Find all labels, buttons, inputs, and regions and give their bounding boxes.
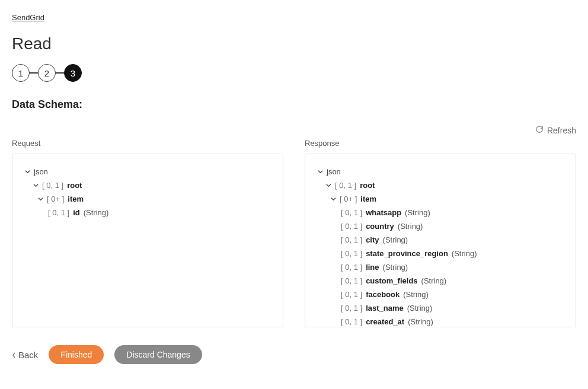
step-2[interactable]: 2 — [38, 64, 56, 82]
field-type: (String) — [403, 291, 429, 298]
tree-node-root[interactable]: [ 0, 1 ] root — [317, 178, 564, 192]
back-button[interactable]: Back — [12, 350, 38, 360]
cardinality: [ 0, 1 ] — [341, 277, 362, 285]
field-name: line — [366, 263, 379, 271]
chevron-left-icon — [12, 350, 16, 360]
request-panel: json [ 0, 1 ] root [ 0+ ] item [ 0, 1 ]i… — [12, 154, 283, 327]
tree-leaf[interactable]: [ 0, 1 ]state_province_region(String) — [317, 247, 564, 260]
tree-node-name: item — [360, 195, 376, 203]
field-type: (String) — [398, 222, 423, 230]
cardinality: [ 0, 1 ] — [341, 236, 362, 244]
field-type: (String) — [405, 209, 430, 216]
tree-leaf[interactable]: [ 0, 1 ]id(String) — [24, 206, 271, 219]
tree-node-name: root — [360, 181, 375, 189]
chevron-down-icon[interactable] — [24, 169, 30, 174]
cardinality: [ 0, 1 ] — [341, 318, 362, 326]
cardinality: [ 0, 1 ] — [341, 250, 362, 257]
chevron-down-icon[interactable] — [325, 183, 331, 188]
chevron-down-icon[interactable] — [33, 183, 39, 188]
tree-leaf[interactable]: [ 0, 1 ]line(String) — [317, 260, 564, 274]
cardinality: [ 0, 1 ] — [341, 304, 362, 312]
section-title: Data Schema: — [12, 98, 576, 111]
field-name: city — [366, 236, 379, 244]
field-type: (String) — [383, 236, 408, 244]
refresh-icon — [535, 125, 544, 135]
tree-node-json[interactable]: json — [24, 165, 271, 178]
tree-node-label: json — [327, 168, 341, 176]
field-type: (String) — [421, 277, 447, 285]
finished-button[interactable]: Finished — [49, 345, 104, 364]
field-type: (String) — [408, 318, 433, 326]
page-title: Read — [12, 34, 576, 53]
field-name: last_name — [366, 304, 404, 312]
tree-leaf[interactable]: [ 0, 1 ]custom_fields(String) — [317, 274, 564, 288]
tree-node-item[interactable]: [ 0+ ] item — [317, 192, 564, 206]
cardinality: [ 0, 1 ] — [48, 209, 69, 216]
field-type: (String) — [383, 263, 408, 271]
cardinality: [ 0, 1 ] — [341, 291, 362, 298]
tree-node-json[interactable]: json — [317, 165, 564, 178]
step-connector — [56, 72, 64, 74]
tree-leaf[interactable]: [ 0, 1 ]whatsapp(String) — [317, 206, 564, 219]
field-name: whatsapp — [366, 209, 401, 216]
step-1[interactable]: 1 — [12, 64, 30, 82]
step-3[interactable]: 3 — [64, 64, 82, 82]
field-type: (String) — [452, 250, 477, 257]
response-panel: json [ 0, 1 ] root [ 0+ ] item [ 0, 1 ]w… — [305, 154, 576, 327]
chevron-down-icon[interactable] — [330, 196, 336, 202]
tree-node-name: item — [68, 195, 84, 203]
back-label: Back — [18, 350, 38, 360]
field-name: custom_fields — [366, 277, 417, 285]
tree-node-label: json — [34, 168, 48, 176]
step-connector — [30, 72, 38, 74]
tree-leaf[interactable]: [ 0, 1 ]city(String) — [317, 233, 564, 247]
field-name: country — [366, 222, 394, 230]
cardinality: [ 0, 1 ] — [341, 209, 362, 216]
field-name: created_at — [366, 318, 404, 326]
response-label: Response — [305, 139, 576, 148]
field-type: (String) — [84, 209, 109, 216]
tree-leaf[interactable]: [ 0, 1 ]created_at(String) — [317, 315, 564, 327]
tree-leaf[interactable]: [ 0, 1 ]facebook(String) — [317, 288, 564, 301]
tree-node-name: root — [67, 181, 82, 189]
tree-leaf[interactable]: [ 0, 1 ]last_name(String) — [317, 301, 564, 315]
field-type: (String) — [407, 304, 433, 312]
cardinality: [ 0, 1 ] — [341, 222, 362, 230]
field-name: facebook — [366, 291, 400, 298]
chevron-down-icon[interactable] — [317, 169, 323, 174]
cardinality: [ 0+ ] — [340, 195, 357, 203]
chevron-down-icon[interactable] — [37, 196, 43, 202]
request-label: Request — [12, 139, 283, 148]
cardinality: [ 0+ ] — [47, 195, 64, 203]
tree-leaf[interactable]: [ 0, 1 ]country(String) — [317, 219, 564, 233]
refresh-label: Refresh — [547, 126, 576, 135]
tree-node-item[interactable]: [ 0+ ] item — [24, 192, 271, 206]
stepper: 1 2 3 — [12, 64, 576, 82]
cardinality: [ 0, 1 ] — [335, 181, 356, 189]
cardinality: [ 0, 1 ] — [341, 263, 362, 271]
refresh-button[interactable]: Refresh — [535, 125, 576, 135]
tree-node-root[interactable]: [ 0, 1 ] root — [24, 178, 271, 192]
breadcrumb-sendgrid[interactable]: SendGrid — [12, 13, 44, 22]
field-name: state_province_region — [366, 250, 448, 257]
cardinality: [ 0, 1 ] — [42, 181, 63, 189]
field-name: id — [73, 209, 80, 216]
discard-button[interactable]: Discard Changes — [114, 345, 202, 364]
